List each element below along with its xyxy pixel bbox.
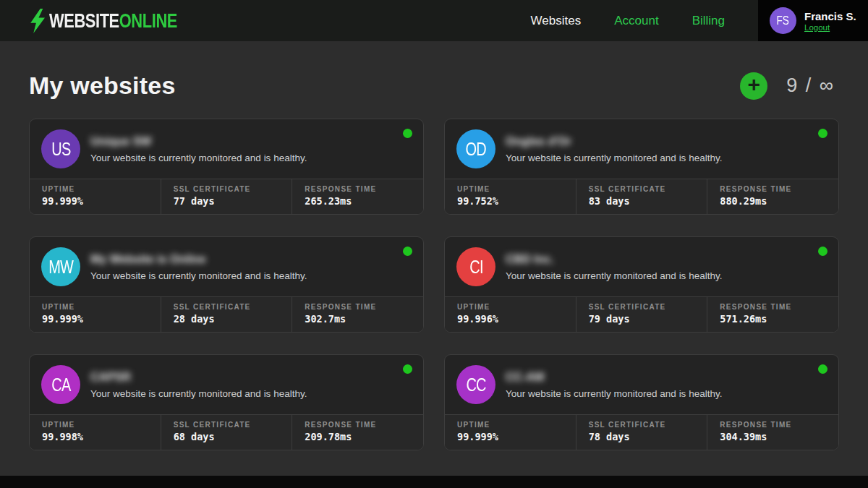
- healthy-status-dot: [818, 364, 827, 374]
- website-status-text: Your website is currently monitored and …: [506, 388, 827, 399]
- ssl-label: SSL CERTIFICATE: [174, 185, 292, 193]
- avatar-initials: US: [51, 139, 70, 160]
- website-card[interactable]: CI CBD Inc. Your website is currently mo…: [444, 236, 839, 333]
- website-name-blurred: CC-AM: [506, 371, 544, 384]
- logo-word-accent: ONLINE: [119, 9, 177, 32]
- logo-word-primary: WEBSITE: [49, 9, 119, 32]
- avatar-initials: CI: [469, 257, 482, 278]
- website-card[interactable]: CA CAPSR Your website is currently monit…: [29, 354, 424, 450]
- healthy-status-dot: [818, 129, 827, 138]
- uptime-value: 99.999%: [457, 431, 576, 442]
- ssl-label: SSL CERTIFICATE: [589, 185, 707, 193]
- response-time-value: 302.7ms: [305, 313, 423, 325]
- response-time-value: 304.39ms: [720, 431, 838, 442]
- website-avatar: CA: [41, 365, 80, 404]
- response-time-label: RESPONSE TIME: [720, 185, 838, 193]
- website-card[interactable]: CC CC-AM Your website is currently monit…: [444, 354, 839, 450]
- app-header: WEBSITEONLINE Websites Account Billing F…: [0, 0, 868, 41]
- response-time-value: 209.78ms: [305, 431, 423, 442]
- website-name-blurred: Unique SW: [90, 135, 151, 148]
- uptime-label: UPTIME: [42, 185, 161, 193]
- ssl-value: 28 days: [174, 313, 292, 325]
- user-avatar: FS: [770, 7, 796, 34]
- user-box[interactable]: FS Francis S. Logout: [758, 0, 868, 41]
- ssl-label: SSL CERTIFICATE: [174, 303, 292, 311]
- website-avatar: MW: [41, 247, 80, 286]
- website-avatar: OD: [456, 129, 495, 168]
- website-status-text: Your website is currently monitored and …: [90, 388, 412, 399]
- avatar-initials: CC: [466, 374, 485, 395]
- healthy-status-dot: [403, 129, 412, 138]
- nav-account[interactable]: Account: [614, 14, 658, 28]
- logo-text: WEBSITEONLINE: [49, 9, 177, 33]
- response-time-label: RESPONSE TIME: [720, 421, 838, 429]
- response-time-value: 571.26ms: [720, 313, 838, 325]
- ssl-value: 79 days: [589, 313, 707, 325]
- websites-grid: US Unique SW Your website is currently m…: [29, 119, 839, 450]
- ssl-label: SSL CERTIFICATE: [174, 421, 292, 429]
- uptime-value: 99.999%: [42, 313, 161, 325]
- website-status-text: Your website is currently monitored and …: [90, 153, 412, 163]
- ssl-value: 68 days: [174, 431, 292, 442]
- website-avatar: CC: [456, 365, 495, 404]
- nav-websites[interactable]: Websites: [531, 14, 582, 28]
- uptime-label: UPTIME: [457, 421, 576, 429]
- uptime-value: 99.752%: [457, 195, 576, 207]
- response-time-label: RESPONSE TIME: [305, 303, 423, 311]
- website-card[interactable]: OD Ongles d'Or Your website is currently…: [444, 119, 839, 215]
- lightning-icon: [29, 8, 48, 34]
- uptime-value: 99.999%: [42, 195, 161, 207]
- footer-bar: [0, 476, 868, 488]
- response-time-label: RESPONSE TIME: [305, 421, 423, 429]
- uptime-label: UPTIME: [42, 303, 161, 311]
- uptime-label: UPTIME: [42, 421, 161, 429]
- page-title: My websites: [29, 72, 176, 100]
- website-name-blurred: CBD Inc.: [506, 253, 554, 266]
- response-time-value: 265.23ms: [305, 195, 423, 207]
- logout-link[interactable]: Logout: [804, 23, 856, 32]
- avatar-initials: MW: [48, 257, 73, 278]
- ssl-value: 78 days: [589, 431, 707, 442]
- website-quota: 9 / ∞: [786, 74, 835, 97]
- website-status-text: Your website is currently monitored and …: [506, 270, 827, 281]
- ssl-value: 77 days: [174, 195, 292, 207]
- healthy-status-dot: [818, 247, 827, 256]
- website-name-blurred: My Website is Online: [90, 253, 206, 266]
- response-time-value: 880.29ms: [720, 195, 838, 207]
- response-time-label: RESPONSE TIME: [720, 303, 838, 311]
- main-nav: Websites Account Billing: [531, 14, 725, 28]
- uptime-value: 99.998%: [42, 431, 161, 442]
- healthy-status-dot: [403, 247, 412, 256]
- website-status-text: Your website is currently monitored and …: [90, 270, 412, 281]
- avatar-initials: OD: [466, 139, 486, 160]
- uptime-label: UPTIME: [457, 185, 576, 193]
- nav-billing[interactable]: Billing: [692, 14, 725, 28]
- website-avatar: CI: [456, 247, 495, 286]
- website-status-text: Your website is currently monitored and …: [506, 153, 827, 163]
- website-card[interactable]: US Unique SW Your website is currently m…: [29, 119, 424, 215]
- user-avatar-initials: FS: [777, 14, 789, 27]
- logo[interactable]: WEBSITEONLINE: [29, 8, 213, 34]
- uptime-value: 99.996%: [457, 313, 576, 325]
- ssl-label: SSL CERTIFICATE: [589, 421, 707, 429]
- ssl-label: SSL CERTIFICATE: [589, 303, 707, 311]
- uptime-label: UPTIME: [457, 303, 576, 311]
- user-name: Francis S.: [804, 10, 856, 23]
- website-name-blurred: Ongles d'Or: [506, 135, 571, 148]
- ssl-value: 83 days: [589, 195, 707, 207]
- website-card[interactable]: MW My Website is Online Your website is …: [29, 236, 424, 333]
- add-website-button[interactable]: +: [740, 72, 767, 100]
- avatar-initials: CA: [51, 374, 70, 395]
- website-avatar: US: [41, 129, 80, 168]
- website-name-blurred: CAPSR: [90, 371, 131, 384]
- healthy-status-dot: [403, 364, 412, 374]
- response-time-label: RESPONSE TIME: [305, 185, 423, 193]
